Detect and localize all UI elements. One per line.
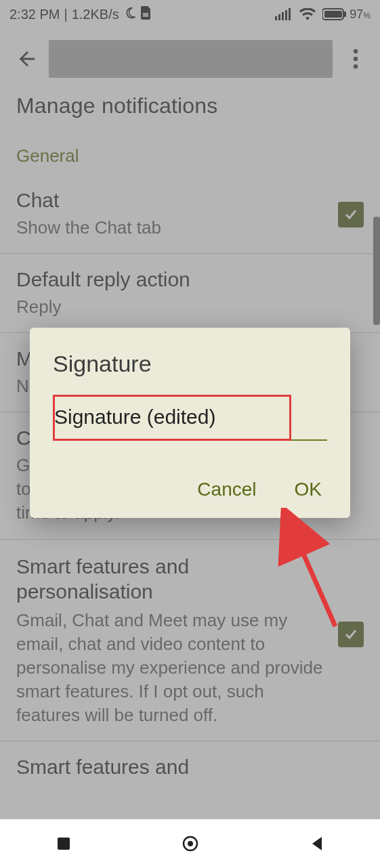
square-icon — [56, 836, 71, 851]
nav-recent-button[interactable] — [50, 830, 77, 857]
nav-home-button[interactable] — [177, 830, 204, 857]
svg-point-15 — [188, 841, 193, 846]
triangle-left-icon — [310, 836, 324, 852]
dialog-title: Signature — [53, 351, 327, 377]
ok-button[interactable]: OK — [295, 479, 322, 500]
svg-rect-13 — [58, 838, 70, 850]
signature-dialog: Signature Cancel OK — [30, 328, 350, 518]
cancel-button[interactable]: Cancel — [197, 479, 256, 500]
circle-icon — [182, 835, 199, 852]
system-nav-bar — [0, 819, 380, 868]
nav-back-button[interactable] — [303, 830, 331, 857]
signature-input[interactable] — [53, 402, 327, 441]
